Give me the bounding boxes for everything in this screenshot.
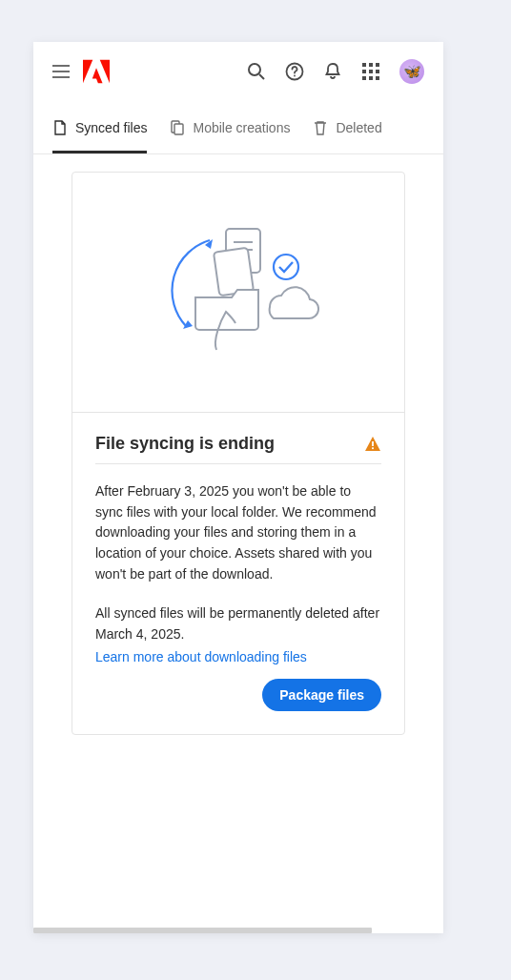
card-body: File syncing is ending After February 3,… <box>72 413 404 734</box>
svg-rect-5 <box>174 124 183 134</box>
svg-point-10 <box>274 255 298 279</box>
app-window: Synced files Mobile creations Deleted <box>33 42 443 933</box>
file-icon <box>52 120 68 135</box>
bell-icon[interactable] <box>323 62 342 81</box>
package-files-button[interactable]: Package files <box>262 679 381 711</box>
svg-line-1 <box>259 74 264 79</box>
card-paragraph-2: All synced files will be permanently del… <box>95 603 381 644</box>
apps-grid-icon[interactable] <box>361 62 380 81</box>
tab-label: Synced files <box>75 120 147 135</box>
card-paragraph-1: After February 3, 2025 you won't be able… <box>95 481 381 584</box>
sync-illustration <box>72 173 404 413</box>
svg-rect-11 <box>372 441 374 446</box>
trash-icon <box>313 120 328 135</box>
header-right <box>247 59 424 84</box>
tab-label: Mobile creations <box>193 120 290 135</box>
header-left <box>52 59 110 84</box>
warning-triangle-icon <box>364 436 381 453</box>
svg-point-0 <box>249 64 260 75</box>
card-title-row: File syncing is ending <box>95 434 381 464</box>
svg-rect-9 <box>214 247 254 296</box>
tab-label: Deleted <box>336 120 381 135</box>
help-icon[interactable] <box>285 62 304 81</box>
menu-icon[interactable] <box>52 65 70 78</box>
tab-synced-files[interactable]: Synced files <box>52 101 147 153</box>
learn-more-link[interactable]: Learn more about downloading files <box>95 649 307 664</box>
tab-deleted[interactable]: Deleted <box>313 101 381 153</box>
tabs: Synced files Mobile creations Deleted <box>33 101 443 154</box>
content-area: File syncing is ending After February 3,… <box>33 154 443 933</box>
header <box>33 42 443 101</box>
notice-card: File syncing is ending After February 3,… <box>72 172 405 735</box>
adobe-logo-icon[interactable] <box>83 59 110 84</box>
search-icon[interactable] <box>247 62 266 81</box>
mobile-icon <box>170 120 185 135</box>
svg-rect-12 <box>372 447 374 449</box>
card-title: File syncing is ending <box>95 434 275 454</box>
horizontal-scrollbar[interactable] <box>33 928 372 933</box>
card-actions: Package files <box>95 679 381 711</box>
svg-point-3 <box>294 75 296 77</box>
avatar[interactable] <box>399 59 424 84</box>
tab-mobile-creations[interactable]: Mobile creations <box>170 101 290 153</box>
